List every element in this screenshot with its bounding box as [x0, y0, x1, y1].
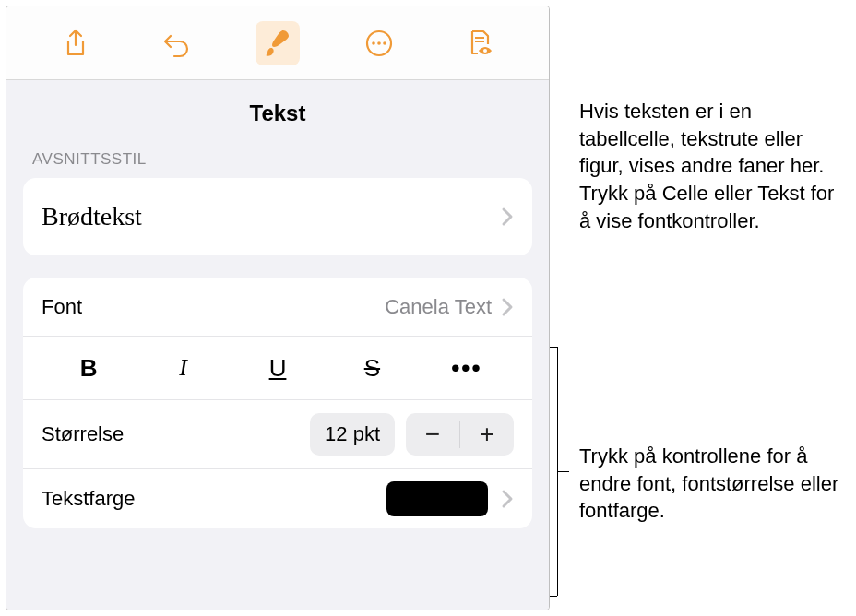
- more-format-button[interactable]: •••: [420, 348, 514, 388]
- italic-button[interactable]: I: [136, 348, 230, 388]
- callout-bracket-b: [550, 596, 557, 597]
- font-row[interactable]: Font Canela Text: [23, 278, 532, 337]
- chevron-right-icon: [501, 489, 514, 509]
- format-brush-button[interactable]: [256, 21, 300, 65]
- underline-button[interactable]: U: [231, 348, 325, 388]
- paragraph-style-card: Brødtekst: [23, 178, 532, 255]
- more-button[interactable]: [357, 21, 401, 65]
- strikethrough-button[interactable]: S: [325, 348, 419, 388]
- brush-icon: [263, 29, 292, 58]
- svg-point-3: [383, 41, 386, 45]
- reader-button[interactable]: [458, 21, 502, 65]
- font-controls-card: Font Canela Text B I U S ••• Størrelse 1…: [23, 278, 532, 528]
- share-icon: [61, 29, 90, 58]
- size-stepper: − +: [406, 413, 514, 456]
- svg-point-1: [372, 41, 375, 45]
- font-label: Font: [42, 295, 385, 319]
- chevron-right-icon: [501, 207, 514, 227]
- text-format-row: B I U S •••: [23, 337, 532, 400]
- callout-tab-title: Hvis teksten er i en tabellcelle, tekstr…: [579, 98, 847, 234]
- document-eye-icon: [465, 29, 494, 58]
- text-color-swatch[interactable]: [386, 481, 488, 516]
- callout-line: [557, 471, 569, 472]
- undo-icon: [161, 29, 191, 58]
- tab-title: Tekst: [6, 80, 549, 150]
- size-increase-button[interactable]: +: [460, 413, 514, 456]
- bold-button[interactable]: B: [42, 348, 136, 388]
- format-panel: Tekst AVSNITTSSTIL Brødtekst Font Canela…: [6, 6, 550, 610]
- size-value[interactable]: 12 pkt: [310, 413, 395, 456]
- panel-content: Tekst AVSNITTSSTIL Brødtekst Font Canela…: [6, 80, 549, 610]
- text-color-row[interactable]: Tekstfarge: [23, 469, 532, 528]
- svg-point-2: [377, 41, 381, 45]
- size-decrease-button[interactable]: −: [406, 413, 459, 456]
- section-label-paragraph-style: AVSNITTSSTIL: [6, 150, 549, 178]
- undo-button[interactable]: [154, 21, 198, 65]
- toolbar: [6, 6, 549, 80]
- callout-font-controls: Trykk på kontrollene for å endre font, f…: [579, 443, 847, 525]
- chevron-right-icon: [501, 297, 514, 317]
- paragraph-style-name: Brødtekst: [42, 202, 501, 231]
- paragraph-style-row[interactable]: Brødtekst: [23, 178, 532, 255]
- callout-line: [299, 113, 569, 113]
- ellipsis-circle-icon: [364, 29, 394, 58]
- callout-bracket-t: [550, 347, 557, 348]
- share-button[interactable]: [54, 21, 98, 65]
- text-color-label: Tekstfarge: [42, 487, 386, 511]
- font-value: Canela Text: [385, 295, 492, 319]
- size-label: Størrelse: [42, 422, 310, 446]
- size-row: Størrelse 12 pkt − +: [23, 400, 532, 469]
